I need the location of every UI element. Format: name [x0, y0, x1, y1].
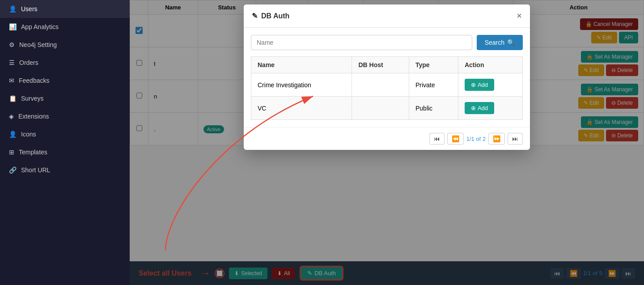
modal-row-dbhost — [352, 97, 409, 120]
modal-row-name: Crime Investigation — [251, 73, 352, 97]
modal-title: ✎ DB Auth — [252, 12, 289, 20]
modal-table: Name DB Host Type Action Crime Investiga… — [251, 56, 523, 120]
sidebar-item-icons[interactable]: 👤 Icons — [0, 125, 130, 143]
icons-icon: 👤 — [9, 131, 17, 138]
modal-overlay: ✎ DB Auth × Search 🔍 Name — [130, 0, 644, 285]
sidebar: 👤 Users 📊 App Analytics ⚙ Neo4j Setting … — [0, 0, 130, 285]
main-content: Name Status Count Toggle Created Updated… — [130, 0, 644, 285]
edit-icon: ✎ — [252, 12, 258, 20]
plus-icon: ⊕ — [471, 81, 476, 88]
add-button[interactable]: ⊕ Add — [465, 79, 494, 91]
modal-last-page[interactable]: ⏭ — [508, 133, 523, 145]
gear-icon: ⚙ — [9, 41, 15, 48]
modal-footer: ⏮ ⏪ 1/1 of 2 ⏩ ⏭ — [244, 127, 530, 150]
modal-body: Search 🔍 Name DB Host Type Action — [244, 28, 530, 127]
sidebar-item-label: Neo4j Setting — [19, 41, 57, 48]
modal-row-type: Public — [409, 97, 458, 120]
modal-row-name: VC — [251, 97, 352, 120]
modal-first-page[interactable]: ⏮ — [429, 133, 445, 145]
modal-row-action: ⊕ Add — [458, 97, 522, 120]
sidebar-item-users[interactable]: 👤 Users — [0, 0, 130, 18]
plus-icon: ⊕ — [471, 105, 476, 111]
sidebar-item-neo4j[interactable]: ⚙ Neo4j Setting — [0, 36, 130, 54]
sidebar-item-templates[interactable]: ⊞ Templates — [0, 143, 130, 161]
modal-action-col: Action — [458, 57, 522, 73]
add-button[interactable]: ⊕ Add — [465, 102, 494, 114]
sidebar-item-orders[interactable]: ☰ Orders — [0, 54, 130, 72]
list-icon: ☰ — [9, 59, 15, 66]
sidebar-item-label: Icons — [21, 131, 36, 138]
mail-icon: ✉ — [9, 77, 14, 84]
sidebar-item-label: App Analytics — [21, 23, 59, 30]
sidebar-item-short-url[interactable]: 🔗 Short URL — [0, 161, 130, 179]
modal-dbhost-col: DB Host — [352, 57, 409, 73]
sidebar-item-label: Templates — [19, 149, 47, 156]
analytics-icon: 📊 — [9, 23, 17, 30]
search-button[interactable]: Search 🔍 — [477, 35, 523, 50]
modal-row-type: Private — [409, 73, 458, 97]
search-icon: 🔍 — [507, 39, 515, 46]
sidebar-item-label: Surveys — [21, 95, 44, 102]
db-auth-modal: ✎ DB Auth × Search 🔍 Name — [244, 4, 530, 150]
sidebar-item-label: Short URL — [21, 166, 50, 174]
users-icon: 👤 — [9, 5, 17, 13]
search-input[interactable] — [251, 35, 472, 50]
modal-header: ✎ DB Auth × — [244, 4, 530, 28]
search-row: Search 🔍 — [251, 35, 523, 50]
sidebar-item-surveys[interactable]: 📋 Surveys — [0, 89, 130, 107]
modal-prev-page[interactable]: ⏪ — [447, 133, 464, 145]
sidebar-item-label: Orders — [19, 59, 38, 66]
modal-name-col: Name — [251, 57, 352, 73]
modal-type-col: Type — [409, 57, 458, 73]
modal-close-button[interactable]: × — [517, 11, 522, 21]
modal-table-row: VC Public ⊕ Add — [251, 97, 523, 120]
modal-table-row: Crime Investigation Private ⊕ Add — [251, 73, 523, 97]
sidebar-item-app-analytics[interactable]: 📊 App Analytics — [0, 18, 130, 36]
sidebar-item-label: Extensions — [18, 113, 49, 120]
sidebar-item-feedbacks[interactable]: ✉ Feedbacks — [0, 72, 130, 89]
link-icon: 🔗 — [9, 166, 17, 174]
modal-pagination-text: 1/1 of 2 — [466, 136, 486, 142]
modal-row-action: ⊕ Add — [458, 73, 522, 97]
sidebar-item-extensions[interactable]: ◈ Extensions — [0, 107, 130, 125]
extensions-icon: ◈ — [9, 113, 14, 120]
templates-icon: ⊞ — [9, 149, 14, 156]
modal-row-dbhost — [352, 73, 409, 97]
sidebar-item-label: Users — [21, 5, 38, 13]
modal-next-page[interactable]: ⏩ — [488, 133, 505, 145]
sidebar-item-label: Feedbacks — [19, 77, 49, 84]
survey-icon: 📋 — [9, 95, 17, 102]
